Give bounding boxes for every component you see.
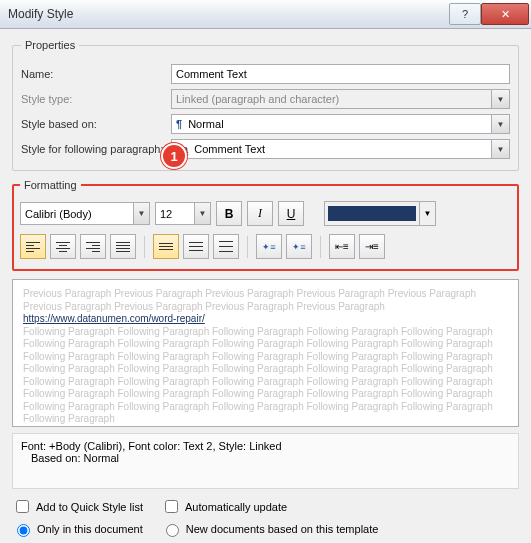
basedon-combo[interactable]: ¶ Normal ▼ <box>171 114 510 134</box>
linespacing-1-5-button[interactable] <box>183 234 209 259</box>
quick-style-checkbox[interactable]: Add to Quick Style list <box>12 497 143 516</box>
chevron-down-icon[interactable]: ▼ <box>491 140 509 158</box>
new-docs-radio[interactable]: New documents based on this template <box>161 521 379 537</box>
font-combo[interactable]: Calibri (Body) ▼ <box>20 202 150 225</box>
space-before-inc-button[interactable]: ✦≡ <box>256 234 282 259</box>
preview-pane: Previous Paragraph Previous Paragraph Pr… <box>12 279 519 427</box>
styletype-value: Linked (paragraph and character) <box>176 93 339 105</box>
name-input[interactable] <box>171 64 510 84</box>
close-button[interactable]: ✕ <box>481 3 529 25</box>
paragraph-icon: ¶ <box>176 118 182 130</box>
auto-update-checkbox[interactable]: Automatically update <box>161 497 287 516</box>
font-value: Calibri (Body) <box>25 208 92 220</box>
window-title: Modify Style <box>8 7 449 21</box>
align-right-button[interactable] <box>80 234 106 259</box>
desc-line-2: Based on: Normal <box>21 452 510 464</box>
callout-1: 1 <box>161 143 187 169</box>
basedon-label: Style based on: <box>21 118 171 130</box>
chevron-down-icon[interactable]: ▼ <box>491 115 509 133</box>
chevron-down-icon[interactable]: ▼ <box>133 203 149 224</box>
align-center-button[interactable] <box>50 234 76 259</box>
formatting-legend: Formatting <box>20 179 81 191</box>
bold-button[interactable]: B <box>216 201 242 226</box>
fontsize-combo[interactable]: 12 ▼ <box>155 202 211 225</box>
name-label: Name: <box>21 68 171 80</box>
linespacing-1-button[interactable] <box>153 234 179 259</box>
separator <box>144 236 145 258</box>
align-left-button[interactable] <box>20 234 46 259</box>
options-area: Add to Quick Style list Automatically up… <box>12 497 519 537</box>
only-doc-radio[interactable]: Only in this document <box>12 521 143 537</box>
separator <box>247 236 248 258</box>
styletype-combo: Linked (paragraph and character) ▼ <box>171 89 510 109</box>
linespacing-2-button[interactable] <box>213 234 239 259</box>
properties-group: Properties Name: Style type: Linked (par… <box>12 39 519 171</box>
italic-button[interactable]: I <box>247 201 273 226</box>
desc-line-1: Font: +Body (Calibri), Font color: Text … <box>21 440 510 452</box>
chevron-down-icon: ▼ <box>491 90 509 108</box>
following-label: Style for following paragraph: <box>21 143 171 155</box>
preview-foll-para: Following Paragraph Following Paragraph … <box>23 326 508 426</box>
styletype-label: Style type: <box>21 93 171 105</box>
indent-increase-button[interactable]: ⇥≡ <box>359 234 385 259</box>
title-bar: Modify Style ? ✕ <box>0 0 531 29</box>
chevron-down-icon[interactable]: ▼ <box>419 202 435 225</box>
style-description: Font: +Body (Calibri), Font color: Text … <box>12 433 519 489</box>
following-value: Comment Text <box>194 143 265 155</box>
help-button[interactable]: ? <box>449 3 481 25</box>
underline-button[interactable]: U <box>278 201 304 226</box>
formatting-group: Formatting Calibri (Body) ▼ 12 ▼ B I U ▼ <box>12 179 519 271</box>
chevron-down-icon[interactable]: ▼ <box>194 203 210 224</box>
fontsize-value: 12 <box>160 208 172 220</box>
align-justify-button[interactable] <box>110 234 136 259</box>
preview-prev-para: Previous Paragraph Previous Paragraph Pr… <box>23 288 508 313</box>
fontcolor-combo[interactable]: ▼ <box>324 201 436 226</box>
basedon-value: Normal <box>188 118 223 130</box>
indent-decrease-button[interactable]: ⇤≡ <box>329 234 355 259</box>
following-combo[interactable]: ¶a Comment Text ▼ <box>171 139 510 159</box>
preview-link: https://www.datanumen.com/word-repair/ <box>23 313 508 326</box>
separator <box>320 236 321 258</box>
space-before-dec-button[interactable]: ✦≡ <box>286 234 312 259</box>
color-swatch <box>328 206 416 221</box>
properties-legend: Properties <box>21 39 79 51</box>
